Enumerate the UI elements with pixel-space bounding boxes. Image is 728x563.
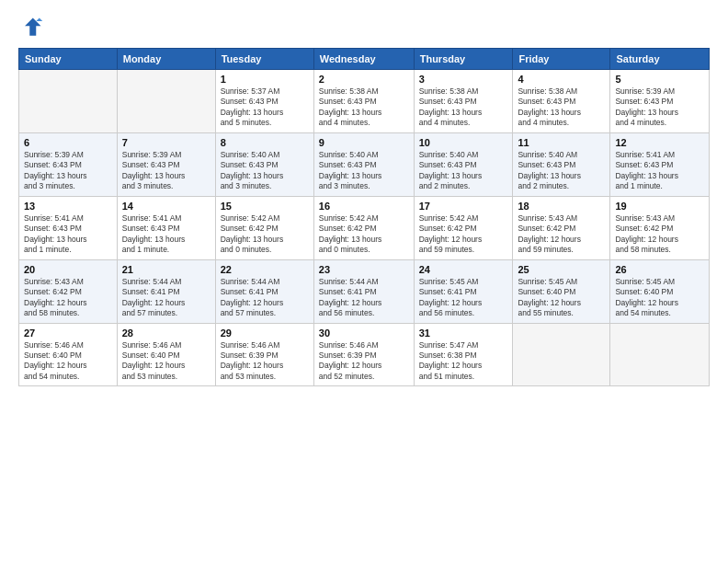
day-number: 9: [319, 137, 409, 148]
calendar-week-row: 1Sunrise: 5:37 AM Sunset: 6:43 PM Daylig…: [19, 70, 710, 133]
day-number: 11: [518, 137, 605, 148]
day-info: Sunrise: 5:40 AM Sunset: 6:43 PM Dayligh…: [518, 150, 605, 192]
calendar-cell: 1Sunrise: 5:37 AM Sunset: 6:43 PM Daylig…: [215, 70, 313, 133]
day-number: 14: [122, 201, 210, 212]
calendar-cell: 27Sunrise: 5:46 AM Sunset: 6:40 PM Dayli…: [19, 323, 118, 386]
day-number: 20: [24, 264, 112, 275]
day-info: Sunrise: 5:41 AM Sunset: 6:43 PM Dayligh…: [24, 213, 112, 256]
calendar-cell: [610, 323, 710, 386]
day-info: Sunrise: 5:45 AM Sunset: 6:40 PM Dayligh…: [615, 277, 704, 319]
day-number: 15: [221, 201, 309, 212]
day-info: Sunrise: 5:45 AM Sunset: 6:40 PM Dayligh…: [518, 277, 605, 319]
weekday-header: Friday: [513, 49, 610, 70]
day-number: 30: [319, 327, 409, 339]
weekday-header: Sunday: [19, 49, 118, 70]
calendar-cell: 12Sunrise: 5:41 AM Sunset: 6:43 PM Dayli…: [610, 132, 710, 196]
calendar-cell: [117, 70, 215, 133]
day-info: Sunrise: 5:42 AM Sunset: 6:42 PM Dayligh…: [419, 213, 508, 256]
day-info: Sunrise: 5:40 AM Sunset: 6:43 PM Dayligh…: [419, 150, 508, 192]
day-number: 12: [615, 137, 704, 148]
calendar-cell: 31Sunrise: 5:47 AM Sunset: 6:38 PM Dayli…: [414, 323, 513, 386]
day-info: Sunrise: 5:42 AM Sunset: 6:42 PM Dayligh…: [319, 213, 409, 256]
calendar-cell: [19, 70, 118, 133]
calendar-cell: 28Sunrise: 5:46 AM Sunset: 6:40 PM Dayli…: [117, 323, 215, 386]
day-info: Sunrise: 5:40 AM Sunset: 6:43 PM Dayligh…: [221, 150, 309, 192]
calendar-cell: 19Sunrise: 5:43 AM Sunset: 6:42 PM Dayli…: [610, 196, 710, 259]
day-info: Sunrise: 5:46 AM Sunset: 6:40 PM Dayligh…: [24, 340, 112, 383]
day-info: Sunrise: 5:39 AM Sunset: 6:43 PM Dayligh…: [24, 150, 112, 192]
day-number: 23: [319, 264, 409, 275]
day-info: Sunrise: 5:39 AM Sunset: 6:43 PM Dayligh…: [615, 86, 704, 129]
day-info: Sunrise: 5:43 AM Sunset: 6:42 PM Dayligh…: [24, 277, 112, 319]
day-number: 26: [615, 264, 704, 275]
calendar-cell: 13Sunrise: 5:41 AM Sunset: 6:43 PM Dayli…: [19, 196, 118, 259]
day-info: Sunrise: 5:42 AM Sunset: 6:42 PM Dayligh…: [221, 213, 309, 256]
calendar: SundayMondayTuesdayWednesdayThursdayFrid…: [18, 48, 710, 386]
day-info: Sunrise: 5:46 AM Sunset: 6:39 PM Dayligh…: [221, 340, 309, 383]
day-info: Sunrise: 5:38 AM Sunset: 6:43 PM Dayligh…: [319, 86, 409, 129]
header-row: SundayMondayTuesdayWednesdayThursdayFrid…: [19, 49, 710, 70]
calendar-cell: 23Sunrise: 5:44 AM Sunset: 6:41 PM Dayli…: [313, 259, 414, 323]
calendar-cell: 9Sunrise: 5:40 AM Sunset: 6:43 PM Daylig…: [313, 132, 414, 196]
calendar-cell: 29Sunrise: 5:46 AM Sunset: 6:39 PM Dayli…: [215, 323, 313, 386]
calendar-week-row: 6Sunrise: 5:39 AM Sunset: 6:43 PM Daylig…: [19, 132, 710, 196]
calendar-week-row: 20Sunrise: 5:43 AM Sunset: 6:42 PM Dayli…: [19, 259, 710, 323]
day-info: Sunrise: 5:47 AM Sunset: 6:38 PM Dayligh…: [419, 340, 508, 383]
day-number: 25: [518, 264, 605, 275]
logo-icon: [18, 15, 44, 40]
day-number: 28: [122, 327, 210, 339]
day-number: 3: [419, 74, 508, 85]
calendar-cell: 15Sunrise: 5:42 AM Sunset: 6:42 PM Dayli…: [215, 196, 313, 259]
day-number: 18: [518, 201, 605, 212]
calendar-cell: 3Sunrise: 5:38 AM Sunset: 6:43 PM Daylig…: [414, 70, 513, 133]
calendar-cell: 5Sunrise: 5:39 AM Sunset: 6:43 PM Daylig…: [610, 70, 710, 133]
calendar-cell: 25Sunrise: 5:45 AM Sunset: 6:40 PM Dayli…: [513, 259, 610, 323]
day-number: 17: [419, 201, 508, 212]
calendar-cell: [513, 323, 610, 386]
day-number: 5: [615, 74, 704, 85]
day-number: 22: [221, 264, 309, 275]
day-info: Sunrise: 5:44 AM Sunset: 6:41 PM Dayligh…: [319, 277, 409, 319]
calendar-cell: 2Sunrise: 5:38 AM Sunset: 6:43 PM Daylig…: [313, 70, 414, 133]
logo: [18, 15, 48, 40]
day-info: Sunrise: 5:44 AM Sunset: 6:41 PM Dayligh…: [221, 277, 309, 319]
day-info: Sunrise: 5:38 AM Sunset: 6:43 PM Dayligh…: [419, 86, 508, 129]
day-info: Sunrise: 5:41 AM Sunset: 6:43 PM Dayligh…: [615, 150, 704, 192]
day-info: Sunrise: 5:38 AM Sunset: 6:43 PM Dayligh…: [518, 86, 605, 129]
calendar-cell: 14Sunrise: 5:41 AM Sunset: 6:43 PM Dayli…: [117, 196, 215, 259]
calendar-cell: 10Sunrise: 5:40 AM Sunset: 6:43 PM Dayli…: [414, 132, 513, 196]
day-number: 13: [24, 201, 112, 212]
calendar-week-row: 13Sunrise: 5:41 AM Sunset: 6:43 PM Dayli…: [19, 196, 710, 259]
calendar-cell: 21Sunrise: 5:44 AM Sunset: 6:41 PM Dayli…: [117, 259, 215, 323]
day-info: Sunrise: 5:43 AM Sunset: 6:42 PM Dayligh…: [518, 213, 605, 256]
calendar-cell: 18Sunrise: 5:43 AM Sunset: 6:42 PM Dayli…: [513, 196, 610, 259]
calendar-cell: 30Sunrise: 5:46 AM Sunset: 6:39 PM Dayli…: [313, 323, 414, 386]
day-number: 31: [419, 327, 508, 339]
day-info: Sunrise: 5:41 AM Sunset: 6:43 PM Dayligh…: [122, 213, 210, 256]
calendar-cell: 6Sunrise: 5:39 AM Sunset: 6:43 PM Daylig…: [19, 132, 118, 196]
weekday-header: Thursday: [414, 49, 513, 70]
day-number: 6: [24, 137, 112, 148]
day-number: 10: [419, 137, 508, 148]
day-info: Sunrise: 5:40 AM Sunset: 6:43 PM Dayligh…: [319, 150, 409, 192]
calendar-cell: 8Sunrise: 5:40 AM Sunset: 6:43 PM Daylig…: [215, 132, 313, 196]
day-number: 21: [122, 264, 210, 275]
day-number: 7: [122, 137, 210, 148]
day-info: Sunrise: 5:39 AM Sunset: 6:43 PM Dayligh…: [122, 150, 210, 192]
day-number: 16: [319, 201, 409, 212]
day-number: 24: [419, 264, 508, 275]
day-info: Sunrise: 5:37 AM Sunset: 6:43 PM Dayligh…: [221, 86, 309, 129]
weekday-header: Monday: [117, 49, 215, 70]
calendar-cell: 7Sunrise: 5:39 AM Sunset: 6:43 PM Daylig…: [117, 132, 215, 196]
day-number: 29: [221, 327, 309, 339]
day-number: 4: [518, 74, 605, 85]
header: [18, 15, 710, 40]
day-info: Sunrise: 5:46 AM Sunset: 6:39 PM Dayligh…: [319, 340, 409, 383]
calendar-cell: 4Sunrise: 5:38 AM Sunset: 6:43 PM Daylig…: [513, 70, 610, 133]
page: SundayMondayTuesdayWednesdayThursdayFrid…: [0, 0, 728, 563]
day-number: 2: [319, 74, 409, 85]
calendar-cell: 11Sunrise: 5:40 AM Sunset: 6:43 PM Dayli…: [513, 132, 610, 196]
calendar-cell: 26Sunrise: 5:45 AM Sunset: 6:40 PM Dayli…: [610, 259, 710, 323]
day-number: 8: [221, 137, 309, 148]
calendar-cell: 16Sunrise: 5:42 AM Sunset: 6:42 PM Dayli…: [313, 196, 414, 259]
